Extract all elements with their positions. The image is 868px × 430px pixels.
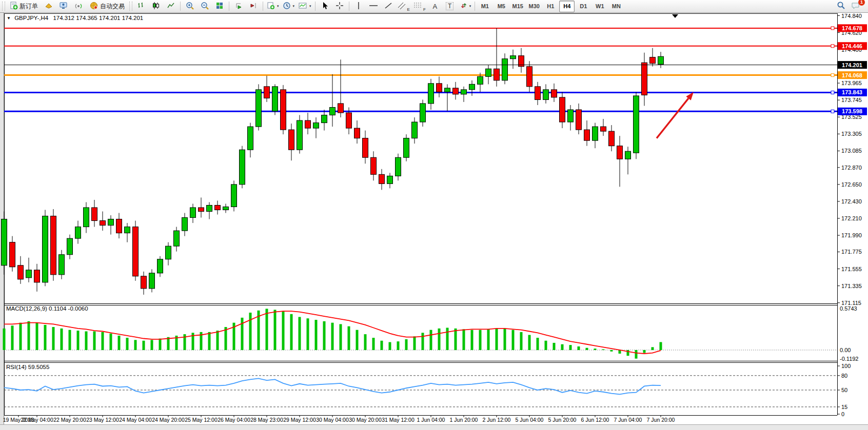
- bull-candle: [502, 59, 508, 80]
- bull-candle: [445, 88, 450, 92]
- toolbar-grip[interactable]: [2, 2, 5, 11]
- bear-candle: [354, 128, 360, 138]
- virtual-hosting-button[interactable]: [56, 1, 71, 12]
- deposit-button[interactable]: [42, 1, 56, 12]
- new-order-button[interactable]: 新订单: [7, 1, 41, 12]
- text-tool-button[interactable]: A: [428, 1, 442, 12]
- bull-candle: [231, 185, 237, 207]
- bear-candle: [379, 174, 385, 183]
- macd-histogram-bar: [405, 339, 408, 350]
- macd-histogram-bar: [307, 318, 309, 350]
- price-tick-label: 173.745: [841, 97, 862, 103]
- toolbar-separator: [475, 2, 475, 11]
- chevron-down-icon: ▾: [309, 4, 311, 8]
- timeframe-bar: M1M5M15M30H1H4D1W1MN: [477, 1, 624, 12]
- timeframe-W1[interactable]: W1: [592, 1, 607, 12]
- rsi-tick-label: 15: [841, 404, 847, 410]
- tile-windows-button[interactable]: [212, 1, 227, 12]
- monitor-icon: [59, 2, 68, 11]
- zoom-out-button[interactable]: [198, 1, 212, 12]
- chart-background[interactable]: [4, 13, 837, 412]
- zoom-in-button[interactable]: [183, 1, 197, 12]
- bear-candle: [199, 208, 204, 212]
- chart-canvas[interactable]: 174.840174.620174.400173.965173.745173.5…: [0, 13, 868, 430]
- price-tick-label: 172.430: [841, 198, 862, 204]
- templates-button[interactable]: ▾: [297, 1, 313, 12]
- macd-histogram-bar: [610, 350, 613, 352]
- vertical-line-icon: [356, 2, 362, 11]
- new-chart-button[interactable]: ▾: [265, 1, 281, 12]
- label-tool-button[interactable]: T: [443, 1, 457, 12]
- autotrading-button[interactable]: 自动交易: [86, 1, 128, 12]
- macd-histogram-bar: [561, 344, 564, 350]
- timeframe-H4[interactable]: H4: [559, 1, 575, 12]
- time-label: 26 May 04:00: [218, 417, 250, 423]
- vertical-line-tool-button[interactable]: [351, 1, 366, 12]
- bull-candle: [157, 259, 163, 273]
- horizontal-line-tool-button[interactable]: [366, 1, 381, 12]
- bear-candle: [100, 221, 106, 226]
- macd-histogram-bar: [274, 310, 277, 350]
- gold-pad-icon: [44, 2, 53, 11]
- line-chart-button[interactable]: [164, 1, 178, 12]
- toolbar-separator: [180, 2, 181, 11]
- line-handle[interactable]: [831, 91, 834, 94]
- bull-candle: [593, 127, 598, 140]
- price-line-badge-label: 174.678: [842, 25, 862, 31]
- notification-badge: 1: [858, 0, 865, 6]
- fibonacci-tool-button[interactable]: F: [412, 1, 427, 12]
- chart-shift-button[interactable]: [246, 1, 261, 12]
- timeframe-D1[interactable]: D1: [576, 1, 591, 12]
- timeframe-M15[interactable]: M15: [510, 1, 525, 12]
- time-label: 1 Jun 20:00: [450, 417, 478, 423]
- line-handle[interactable]: [831, 45, 834, 48]
- timeframe-M5[interactable]: M5: [494, 1, 509, 12]
- macd-histogram-bar: [528, 335, 531, 350]
- macd-histogram-bar: [249, 313, 252, 350]
- bull-candle: [420, 104, 426, 122]
- timeframe-H1[interactable]: H1: [543, 1, 558, 12]
- macd-histogram-bar: [446, 327, 449, 350]
- cursor-tool-button[interactable]: [318, 1, 332, 12]
- auto-scroll-button[interactable]: [231, 1, 246, 12]
- time-label: 2 Jun 12:00: [483, 417, 511, 423]
- timeframe-M1[interactable]: M1: [477, 1, 492, 12]
- bull-candle: [174, 231, 180, 246]
- bull-candle: [461, 90, 467, 94]
- macd-histogram-bar: [487, 329, 490, 350]
- price-tick-label: 173.965: [841, 80, 862, 86]
- time-label: 1 Jun 04:00: [417, 417, 445, 423]
- line-handle[interactable]: [831, 110, 834, 113]
- macd-histogram-bar: [504, 329, 506, 350]
- toolbar-grip[interactable]: [129, 2, 132, 11]
- one-click-trading-toggle[interactable]: ▼: [7, 16, 11, 21]
- bull-candle: [625, 151, 631, 159]
- notifications-button[interactable]: 1: [849, 1, 863, 12]
- arrows-tool-button[interactable]: ▾: [458, 1, 473, 12]
- periods-button[interactable]: ▾: [281, 1, 297, 12]
- chevron-down-icon: ▾: [469, 4, 471, 8]
- bull-candle: [256, 90, 262, 127]
- price-line-badge-label: 174.201: [842, 62, 862, 68]
- chart-window[interactable]: 174.840174.620174.400173.965173.745173.5…: [0, 13, 868, 430]
- bear-candle: [338, 104, 344, 113]
- search-button[interactable]: [834, 1, 848, 12]
- signals-button[interactable]: [71, 1, 86, 12]
- bar-chart-button[interactable]: [134, 1, 148, 12]
- timeframe-M30[interactable]: M30: [526, 1, 542, 12]
- channel-tool-button[interactable]: E: [396, 1, 411, 12]
- bull-candle: [543, 90, 549, 100]
- price-line-badge-label: 173.843: [842, 89, 862, 95]
- trendline-tool-button[interactable]: [381, 1, 396, 12]
- timeframe-MN[interactable]: MN: [608, 1, 624, 12]
- crosshair-tool-button[interactable]: [332, 1, 347, 12]
- macd-histogram-bar: [216, 331, 219, 350]
- line-handle[interactable]: [831, 74, 834, 77]
- line-handle[interactable]: [831, 27, 834, 30]
- bear-candle: [535, 87, 541, 100]
- chart-shift-icon: [249, 2, 258, 11]
- bear-candle: [551, 90, 557, 97]
- bear-candle: [51, 216, 56, 275]
- candlestick-chart-button[interactable]: [149, 1, 163, 12]
- bear-candle: [437, 84, 442, 92]
